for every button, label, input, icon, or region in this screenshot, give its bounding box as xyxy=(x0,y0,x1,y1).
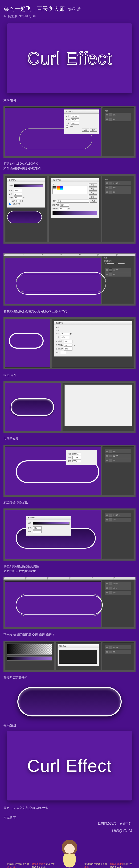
height-label: 高度: xyxy=(66,119,70,121)
eye-icon[interactable] xyxy=(106,647,108,648)
layer-row[interactable]: 渐变填充 1 xyxy=(105,454,131,458)
eye-icon[interactable] xyxy=(106,114,108,116)
eye-icon[interactable] xyxy=(106,583,108,585)
save-button[interactable]: 存储... xyxy=(89,195,97,198)
step8-screenshot: 0510152025 渐变填充 1 形状 1 背景 xyxy=(3,577,136,629)
layer-row[interactable]: 渐变填充 1 xyxy=(105,268,131,272)
step3-screenshot: 051015202530 属性 实时形状属性 W:H: 渐变填充 1 背景 xyxy=(3,253,136,306)
result-caption: 效果如图 xyxy=(3,723,136,727)
layer-row[interactable]: 渐变填充 1 xyxy=(105,582,131,586)
eye-icon[interactable] xyxy=(106,118,108,120)
layer-row[interactable]: 形状 1 xyxy=(105,586,131,590)
eye-icon[interactable] xyxy=(106,651,108,653)
height-input[interactable]: 300 px xyxy=(71,118,79,121)
color-swatch[interactable] xyxy=(61,351,66,354)
width-label: 宽度: xyxy=(66,115,70,118)
new-button[interactable]: 新建 xyxy=(90,199,97,203)
eye-icon[interactable] xyxy=(106,182,108,184)
step3-desc: 复制路径图层-渐变填充-变形-弧度-向上移动82点 xyxy=(3,309,136,314)
layer-row[interactable]: 背景 xyxy=(105,650,131,654)
radius-input[interactable]: 150 px xyxy=(71,122,79,125)
step1-screenshot: 圆角矩形 宽度:1200 px 高度:300 px 半径:150 px 从中心 … xyxy=(3,106,136,158)
hero-preview: Curl Effect xyxy=(7,24,132,93)
eye-icon[interactable] xyxy=(106,592,108,593)
layer-row[interactable]: 背景 xyxy=(105,591,131,595)
layer-row[interactable]: 背景 xyxy=(105,272,131,277)
curl-effect-text: Curl Effect xyxy=(27,48,112,68)
layer-row[interactable]: 背景 xyxy=(105,458,131,462)
main-title: 菜鸟一起飞，百天变大师 xyxy=(3,5,65,13)
like-text: 觉得看的过去就点个赞 就点个赞 xyxy=(7,863,29,868)
step1-desc: 新建文件-1500px*1500PX 如图 新建路径图形-参数如图 xyxy=(3,161,136,170)
w-input[interactable]: 1200 px xyxy=(73,453,81,455)
h-input[interactable] xyxy=(118,264,124,265)
eye-icon[interactable] xyxy=(106,274,108,275)
width-input[interactable]: 1200 px xyxy=(71,115,79,118)
angle-input[interactable]: 90 xyxy=(33,530,41,533)
episode-number: 第⑦话 xyxy=(68,7,81,12)
radius-label: 半径: xyxy=(66,122,70,124)
style-label: 样式: xyxy=(9,189,13,192)
layer-row[interactable]: 背景 xyxy=(105,518,131,522)
smooth-input[interactable]: 100 xyxy=(59,207,67,210)
eye-icon[interactable] xyxy=(106,269,108,271)
layer-row[interactable]: 渐变填充 1 xyxy=(105,645,131,649)
style-select[interactable]: 线性 xyxy=(14,189,22,192)
cancel-button[interactable]: 取消 xyxy=(89,187,97,191)
layer-row[interactable]: 路径 1 xyxy=(105,449,131,454)
eye-icon[interactable] xyxy=(106,515,108,516)
r-input[interactable]: 150 px xyxy=(73,460,81,462)
opacity-input[interactable]: 100 xyxy=(64,344,73,346)
h-input[interactable]: 300 px xyxy=(73,456,81,459)
dither-checkbox[interactable] xyxy=(17,200,19,202)
layer-row[interactable]: 背景 xyxy=(105,117,131,121)
like-text: 觉得看的过去就点个赞 个赞 xyxy=(84,863,107,868)
gradient-label: 渐变: xyxy=(9,185,13,187)
load-button[interactable]: 载入... xyxy=(89,191,97,195)
hero-caption: 效果如图 xyxy=(3,98,136,102)
props-title: 属性 xyxy=(104,257,132,259)
center-checkbox[interactable] xyxy=(66,125,68,128)
align-checkbox[interactable] xyxy=(9,203,11,205)
presets-label: 预设 xyxy=(53,183,87,186)
stroke-pos-select[interactable]: 内部 xyxy=(61,336,69,339)
step6-screenshot: 宽度:1200 px 高度:300 px 半径:150 px 路径 1 渐变填充… xyxy=(3,444,136,497)
ok-button[interactable]: 确定 xyxy=(82,128,89,132)
ok-button[interactable]: 确定 xyxy=(89,183,97,187)
layer-row[interactable]: 渐变填充 1 xyxy=(105,181,131,185)
layer-row[interactable]: 背景 xyxy=(105,190,131,194)
layer-row[interactable]: 形状 1 xyxy=(105,113,131,117)
footer-schedule: 每周四次教程，欢迎关注 xyxy=(7,822,132,826)
eye-icon[interactable] xyxy=(106,191,108,193)
reverse-checkbox[interactable] xyxy=(9,200,11,202)
eye-icon[interactable] xyxy=(106,187,108,189)
step9-desc: 背景图层高斯模糊 xyxy=(3,675,136,680)
layer-row[interactable]: 渐变填充 1 xyxy=(105,513,131,517)
w-input[interactable] xyxy=(107,264,114,265)
step4-screenshot: 图层样式 描边 结构 大小:10px 位置:内部 混合模式:正常 不透明度:10… xyxy=(3,317,136,369)
eye-icon[interactable] xyxy=(106,451,108,452)
eye-icon[interactable] xyxy=(106,587,108,589)
site-watermark: UIBQ.CoM xyxy=(112,829,132,833)
cancel-button[interactable]: 取消 xyxy=(90,128,97,132)
eye-icon[interactable] xyxy=(106,519,108,521)
layer-row[interactable]: 形状 1 xyxy=(105,186,131,190)
final-desc: 最后一步-建立文字-变形-调整大小 xyxy=(3,806,136,810)
gradient-name-input[interactable]: 自定 xyxy=(57,199,89,203)
step5-screenshot xyxy=(3,381,136,433)
style-select[interactable]: 线性 xyxy=(33,526,41,530)
stroke-size-input[interactable]: 10 xyxy=(61,332,69,335)
blend-select[interactable]: 正常 xyxy=(64,340,73,343)
step9-screenshot: 高斯模糊 渐变填充 1 背景 xyxy=(3,641,136,672)
eye-icon[interactable] xyxy=(106,460,108,461)
angle-input[interactable]: 90 xyxy=(14,193,22,196)
footer-bar: 觉得看的过去就点个赞 就点个赞 觉得看的过去就点个赞 觉得看的过去 觉得看的过去… xyxy=(3,835,136,868)
step4-desc: 描边-内部 xyxy=(3,373,136,377)
grad-editor-title: 渐变编辑器 xyxy=(51,178,99,182)
gradient-type-select[interactable]: 实底 xyxy=(60,203,69,207)
footer-done: 打完收工 xyxy=(3,816,136,820)
eye-icon[interactable] xyxy=(106,455,108,457)
fill-type-select[interactable]: 颜色 xyxy=(64,347,73,350)
scale-input[interactable]: 100 xyxy=(14,196,22,199)
dialog-title: 圆角矩形 xyxy=(64,110,99,114)
